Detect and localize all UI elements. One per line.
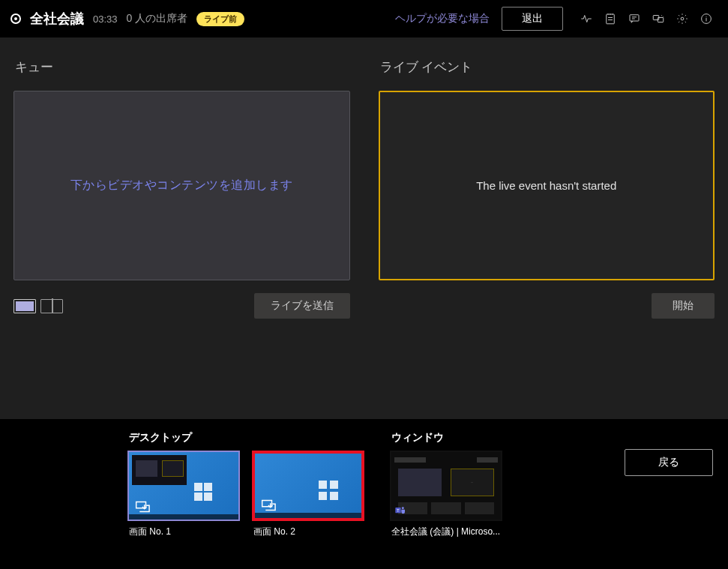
toolbar-icons bbox=[575, 7, 718, 30]
screen-1-label: 画面 No. 1 bbox=[127, 526, 240, 538]
live-status-text: The live event hasn't started bbox=[476, 179, 616, 192]
svg-point-8 bbox=[402, 507, 404, 509]
layout-split-button[interactable] bbox=[40, 299, 63, 313]
share-into-icon bbox=[133, 499, 150, 515]
layout-toggle bbox=[13, 299, 63, 313]
elapsed-timer: 03:33 bbox=[93, 13, 118, 25]
window-1-label: 全社会議 (会議) | Microso... bbox=[390, 526, 502, 538]
queue-column: キュー 下からビデオやコンテンツを追加します ライブを送信 bbox=[13, 58, 350, 419]
live-header: ライブ イベント bbox=[380, 58, 715, 76]
settings-icon[interactable] bbox=[671, 7, 694, 30]
info-icon[interactable] bbox=[695, 7, 718, 30]
source-tray: デスクトップ 画面 No. 1 bbox=[0, 419, 728, 569]
share-icon[interactable] bbox=[647, 7, 670, 30]
attendee-count: 0 人の出席者 bbox=[127, 12, 188, 25]
qna-icon[interactable] bbox=[623, 7, 646, 30]
live-status-badge: ライブ前 bbox=[196, 12, 244, 26]
help-link[interactable]: ヘルプが必要な場合 bbox=[395, 12, 490, 25]
window-sources: ウィンドウ ··· T 全社会議 (会議) | Microso... bbox=[390, 431, 502, 569]
meeting-title: 全社会議 bbox=[30, 10, 84, 28]
desktop-header: デスクトップ bbox=[129, 431, 364, 445]
live-column: ライブ イベント The live event hasn't started 開… bbox=[379, 58, 715, 419]
back-button[interactable]: 戻る bbox=[625, 449, 713, 476]
live-stage[interactable]: The live event hasn't started bbox=[379, 91, 715, 280]
svg-point-4 bbox=[681, 17, 684, 20]
window-header: ウィンドウ bbox=[391, 431, 502, 445]
desktop-sources: デスクトップ 画面 No. 1 bbox=[127, 431, 364, 569]
teams-app-icon: T bbox=[394, 505, 406, 517]
notes-icon[interactable] bbox=[599, 7, 622, 30]
top-bar: 全社会議 03:33 0 人の出席者 ライブ前 ヘルプが必要な場合 退出 bbox=[0, 0, 728, 37]
screen-1-source[interactable]: 画面 No. 1 bbox=[127, 451, 240, 538]
svg-rect-0 bbox=[607, 14, 615, 24]
start-button[interactable]: 開始 bbox=[652, 293, 715, 319]
send-live-button[interactable]: ライブを送信 bbox=[254, 293, 350, 319]
health-icon[interactable] bbox=[575, 7, 598, 30]
record-indicator-icon bbox=[10, 13, 21, 24]
layout-single-button[interactable] bbox=[13, 299, 36, 313]
queue-stage[interactable]: 下からビデオやコンテンツを追加します bbox=[13, 91, 350, 280]
share-into-icon bbox=[259, 497, 276, 514]
window-1-source[interactable]: ··· T 全社会議 (会議) | Microso... bbox=[390, 451, 502, 538]
screen-2-label: 画面 No. 2 bbox=[252, 526, 364, 538]
main-area: キュー 下からビデオやコンテンツを追加します ライブを送信 ライブ イベント T… bbox=[0, 37, 728, 419]
screen-2-source[interactable]: 画面 No. 2 bbox=[252, 451, 364, 538]
svg-rect-1 bbox=[630, 15, 639, 21]
leave-button[interactable]: 退出 bbox=[502, 7, 563, 31]
queue-placeholder-text: 下からビデオやコンテンツを追加します bbox=[70, 178, 293, 193]
queue-header: キュー bbox=[15, 58, 350, 76]
